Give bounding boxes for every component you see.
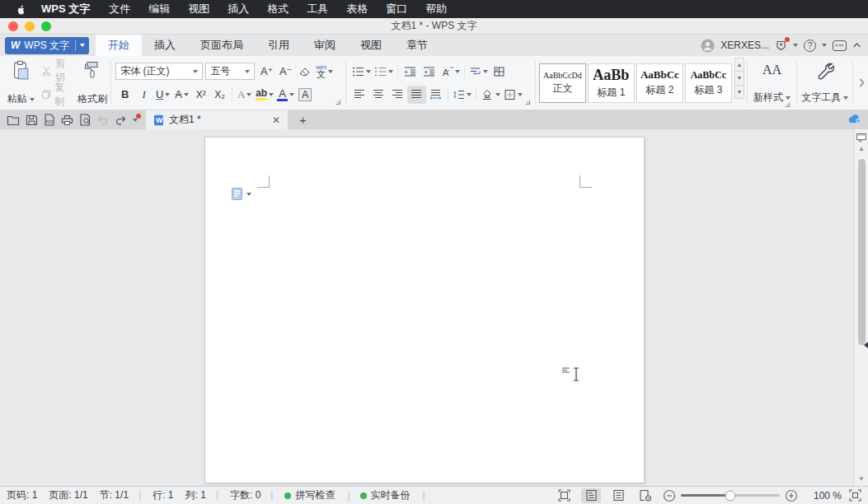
cut-button[interactable]: 剪切 [41,63,73,79]
decrease-indent-button[interactable] [401,63,420,81]
decrease-font-button[interactable]: A⁻ [276,63,295,81]
wps-menu-button[interactable]: W WPS 文字 [5,37,89,54]
new-tab-button[interactable]: + [299,113,307,127]
clear-format-button[interactable] [295,63,314,81]
ribbon-overflow-button[interactable] [856,58,868,108]
read-mode-button[interactable] [636,488,655,503]
outline-view-button[interactable] [608,488,628,503]
underline-button[interactable]: U [153,86,172,104]
undo-icon[interactable] [96,114,109,126]
style-card[interactable]: AaBb 标题 1 [588,63,635,103]
fit-page-button[interactable] [849,489,861,502]
zoom-knob[interactable] [725,490,736,501]
font-dialog-launcher-icon[interactable] [335,99,341,105]
shading-button[interactable] [479,86,502,104]
menubar-app-name[interactable]: WPS 文字 [31,2,100,16]
page-view-button[interactable] [581,488,601,503]
text-layout-button[interactable] [490,63,509,81]
menubar-item[interactable]: 插入 [218,2,258,16]
zoom-out-icon[interactable] [663,489,676,502]
menubar-item[interactable]: 文件 [100,2,139,16]
pinyin-guide-button[interactable]: wén文 [314,63,335,81]
character-border-button[interactable]: A [296,86,315,104]
superscript-button[interactable]: X² [191,86,210,104]
help-icon[interactable]: ? [804,40,816,52]
document-page[interactable] [204,137,645,483]
ribbon-tab[interactable]: 审阅 [302,35,348,56]
show-formatting-marks-button[interactable] [467,63,490,81]
document-assistant-button[interactable] [231,187,251,201]
toolbar-dropdown-icon[interactable] [133,119,138,122]
font-color-button[interactable]: A [275,86,296,104]
ribbon-tab[interactable]: 开始 [96,35,142,56]
status-indicator[interactable]: 实时备份 [360,488,425,502]
account-name[interactable]: XERXES... [720,40,769,51]
zoom-in-icon[interactable] [785,489,798,502]
menubar-item[interactable]: 格式 [258,2,298,16]
zoom-level[interactable]: 100 % [805,490,842,502]
membership-badge-icon[interactable] [775,40,787,52]
export-pdf-icon[interactable]: PDF [44,114,55,126]
styles-dialog-launcher-icon[interactable] [784,101,791,108]
align-center-button[interactable] [369,86,388,104]
paragraph-dialog-launcher-icon[interactable] [524,99,531,105]
numbered-list-button[interactable] [373,63,395,81]
ribbon-tab[interactable]: 页面布局 [188,35,256,56]
copy-button[interactable]: 复制 [41,86,73,103]
ribbon-tab[interactable]: 章节 [394,35,440,56]
scroll-down-arrow[interactable]: ▼ [857,475,866,483]
document-tab[interactable]: W 文档1 * ✕ [146,110,288,129]
font-family-select[interactable]: 宋体 (正文) [115,63,203,80]
close-tab-icon[interactable]: ✕ [272,114,280,126]
justify-button[interactable] [407,86,426,104]
print-icon[interactable] [61,114,73,126]
styles-scroll-up-button[interactable]: ▲ [734,58,744,72]
minimize-window-button[interactable] [25,21,35,31]
cloud-sync-icon[interactable] [848,112,863,124]
ribbon-tab[interactable]: 引用 [256,35,302,56]
collapse-ribbon-icon[interactable] [852,42,861,49]
ribbon-tab[interactable]: 插入 [142,35,188,56]
increase-indent-button[interactable] [420,63,439,81]
text-tools-button[interactable]: 文字工具 [800,58,850,108]
vertical-scrollbar[interactable]: ▲ ▼ [854,129,868,486]
borders-button[interactable] [502,86,524,104]
menubar-item[interactable]: 视图 [179,2,218,16]
zoom-slider[interactable] [663,489,798,502]
format-painter-button[interactable]: 格式刷 [77,58,109,108]
line-spacing-button[interactable] [451,86,473,104]
menubar-item[interactable]: 表格 [337,2,377,16]
chevron-down-icon[interactable] [822,44,827,47]
align-left-button[interactable] [350,86,369,104]
style-card[interactable]: AaBbCc 标题 3 [685,63,732,103]
styles-more-button[interactable]: ▼ [734,86,744,99]
ruler-toggle-icon[interactable] [856,132,867,142]
bullet-list-button[interactable] [350,63,373,81]
ribbon-tab[interactable]: 视图 [348,35,394,56]
increase-font-button[interactable]: A⁺ [257,63,276,81]
distribute-text-button[interactable] [426,86,445,104]
zoom-track[interactable] [681,494,780,497]
strikethrough-button[interactable]: A [172,86,191,104]
style-card[interactable]: AaBbCcDd 正文 [539,63,586,103]
zoom-window-button[interactable] [41,21,51,31]
menubar-item[interactable]: 帮助 [416,2,456,16]
close-window-button[interactable] [8,21,18,31]
styles-scroll-down-button[interactable]: ▼ [734,72,744,85]
apple-menu-icon[interactable] [10,3,31,16]
new-style-button[interactable]: AA 新样式 [750,58,794,108]
subscript-button[interactable]: X₂ [210,86,229,104]
bold-button[interactable]: B [115,86,134,104]
menubar-item[interactable]: 窗口 [377,2,416,16]
feedback-icon[interactable] [833,40,847,51]
menubar-item[interactable]: 工具 [298,2,337,16]
style-card[interactable]: AaBbCc 标题 2 [636,63,683,103]
change-case-button[interactable]: A [439,63,462,81]
open-file-icon[interactable] [7,114,20,126]
paste-button[interactable]: 粘贴 [3,58,38,108]
menubar-item[interactable]: 编辑 [139,2,179,16]
font-size-select[interactable]: 五号 [205,63,255,80]
sidebar-collapse-handle[interactable] [864,342,868,348]
align-right-button[interactable] [388,86,407,104]
avatar[interactable] [701,39,715,53]
